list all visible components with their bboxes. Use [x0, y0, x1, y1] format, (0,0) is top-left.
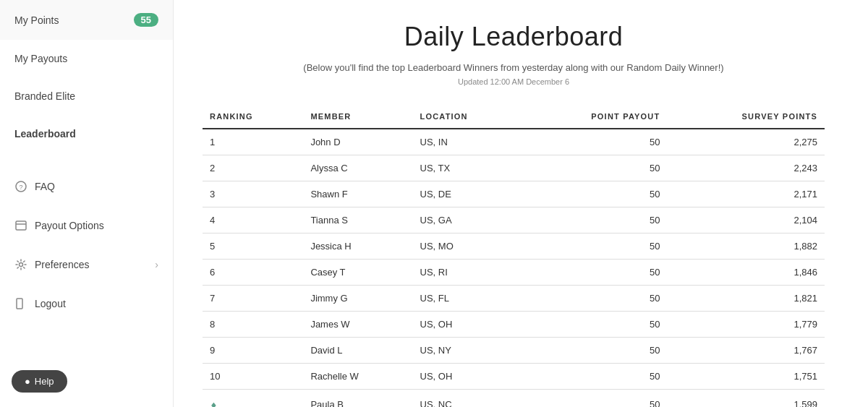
cell-point-payout: 50	[522, 155, 667, 181]
cell-point-payout: 50	[522, 338, 667, 364]
cell-location: US, RI	[413, 260, 522, 286]
chevron-right-icon: ›	[155, 259, 158, 270]
sidebar-item-my-payouts[interactable]: My Payouts	[0, 40, 173, 77]
cell-point-payout: 50	[522, 260, 667, 286]
table-row: 2Alyssa CUS, TX502,243	[203, 155, 825, 181]
table-row: 5Jessica HUS, MO501,882	[203, 234, 825, 260]
table-row: 7Jimmy GUS, FL501,821	[203, 286, 825, 312]
cell-ranking: 5	[203, 234, 303, 260]
cell-ranking: ⬧	[203, 390, 303, 408]
cell-survey-points: 2,104	[667, 207, 825, 234]
cell-ranking: 6	[203, 260, 303, 286]
table-row: 10Rachelle WUS, OH501,751	[203, 364, 825, 390]
cell-survey-points: 2,171	[667, 181, 825, 207]
cell-location: US, MO	[413, 234, 522, 260]
cell-member: James W	[303, 312, 412, 338]
cell-location: US, DE	[413, 181, 522, 207]
cell-ranking: 8	[203, 312, 303, 338]
cell-point-payout: 50	[522, 286, 667, 312]
main-content: Daily Leaderboard (Below you'll find the…	[174, 0, 868, 407]
updated-text: Updated 12:00 AM December 6	[203, 77, 825, 86]
cell-member: Jimmy G	[303, 286, 412, 312]
cell-location: US, OH	[413, 364, 522, 390]
diamond-icon: ⬧	[210, 397, 218, 407]
cell-survey-points: 1,779	[667, 312, 825, 338]
cell-ranking: 4	[203, 207, 303, 234]
svg-rect-5	[17, 299, 22, 309]
cell-point-payout: 50	[522, 312, 667, 338]
cell-survey-points: 2,275	[667, 129, 825, 155]
sidebar-item-my-points[interactable]: My Points 55	[0, 0, 173, 40]
cell-ranking: 1	[203, 129, 303, 155]
cell-survey-points: 1,599	[667, 390, 825, 408]
sidebar-label-branded-elite: Branded Elite	[14, 90, 75, 102]
page-title: Daily Leaderboard	[203, 22, 825, 52]
cell-ranking: 2	[203, 155, 303, 181]
col-point-payout: POINT PAYOUT	[522, 106, 667, 129]
cell-member: Rachelle W	[303, 364, 412, 390]
cell-member: Jessica H	[303, 234, 412, 260]
cell-survey-points: 2,243	[667, 155, 825, 181]
cell-point-payout: 50	[522, 181, 667, 207]
help-label: Help	[35, 376, 54, 387]
credit-card-icon	[14, 219, 27, 232]
cell-member: David L	[303, 338, 412, 364]
sidebar: My Points 55 My Payouts Branded Elite Le…	[0, 0, 174, 407]
sidebar-item-preferences[interactable]: Preferences ›	[0, 245, 173, 284]
cell-member: Paula B	[303, 390, 412, 408]
table-row: 1John DUS, IN502,275	[203, 129, 825, 155]
svg-point-4	[20, 263, 23, 267]
col-member: MEMBER	[303, 106, 412, 129]
sidebar-label-faq: FAQ	[35, 181, 55, 192]
cell-member: Tianna S	[303, 207, 412, 234]
sidebar-label-leaderboard: Leaderboard	[14, 128, 76, 140]
cell-location: US, IN	[413, 129, 522, 155]
svg-text:?: ?	[19, 184, 22, 191]
cell-ranking: 9	[203, 338, 303, 364]
cell-location: US, NY	[413, 338, 522, 364]
cell-point-payout: 50	[522, 364, 667, 390]
table-row: 3Shawn FUS, DE502,171	[203, 181, 825, 207]
col-survey-points: SURVEY POINTS	[667, 106, 825, 129]
leaderboard-tbody: 1John DUS, IN502,2752Alyssa CUS, TX502,2…	[203, 129, 825, 407]
circle-question-icon: ?	[14, 180, 27, 193]
sidebar-item-faq[interactable]: ? FAQ	[0, 167, 173, 206]
cell-survey-points: 1,882	[667, 234, 825, 260]
cell-point-payout: 50	[522, 129, 667, 155]
sidebar-item-leaderboard[interactable]: Leaderboard	[0, 115, 173, 153]
sidebar-item-branded-elite[interactable]: Branded Elite	[0, 77, 173, 115]
cell-member: John D	[303, 129, 412, 155]
table-header-row: RANKING MEMBER LOCATION POINT PAYOUT SUR…	[203, 106, 825, 129]
svg-rect-2	[16, 221, 26, 230]
cell-location: US, GA	[413, 207, 522, 234]
cell-member: Casey T	[303, 260, 412, 286]
cell-point-payout: 50	[522, 390, 667, 408]
sidebar-label-my-payouts: My Payouts	[14, 53, 67, 64]
table-row: ⬧Paula BUS, NC501,599	[203, 390, 825, 408]
sidebar-label-logout: Logout	[35, 298, 66, 309]
cell-point-payout: 50	[522, 234, 667, 260]
cell-member: Alyssa C	[303, 155, 412, 181]
cell-location: US, FL	[413, 286, 522, 312]
cell-ranking: 7	[203, 286, 303, 312]
points-badge: 55	[134, 13, 158, 27]
table-row: 4Tianna SUS, GA502,104	[203, 207, 825, 234]
logout-icon	[14, 297, 27, 310]
cell-location: US, NC	[413, 390, 522, 408]
help-circle-icon: ●	[25, 376, 30, 387]
cell-ranking: 3	[203, 181, 303, 207]
sidebar-label-preferences: Preferences	[35, 259, 89, 270]
gear-icon	[14, 258, 27, 271]
cell-survey-points: 1,846	[667, 260, 825, 286]
table-row: 9David LUS, NY501,767	[203, 338, 825, 364]
sidebar-item-payout-options[interactable]: Payout Options	[0, 206, 173, 245]
sidebar-gap	[0, 153, 173, 167]
cell-location: US, OH	[413, 312, 522, 338]
cell-point-payout: 50	[522, 207, 667, 234]
cell-ranking: 10	[203, 364, 303, 390]
sidebar-item-logout[interactable]: Logout	[0, 284, 173, 323]
help-button[interactable]: ● Help	[12, 370, 67, 393]
col-location: LOCATION	[413, 106, 522, 129]
cell-location: US, TX	[413, 155, 522, 181]
cell-survey-points: 1,751	[667, 364, 825, 390]
